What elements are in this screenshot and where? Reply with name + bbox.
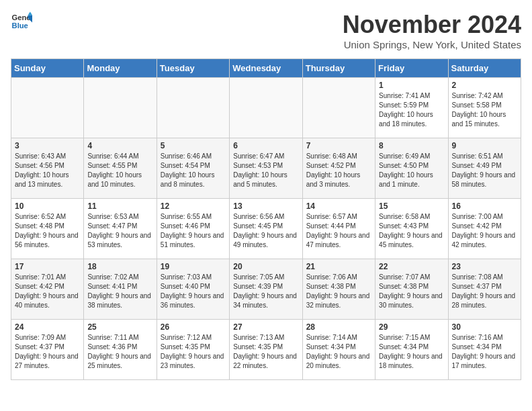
day-number: 13 (233, 201, 298, 211)
day-info: Sunrise: 6:47 AM Sunset: 4:53 PM Dayligh… (233, 152, 298, 189)
day-info: Sunrise: 7:05 AM Sunset: 4:39 PM Dayligh… (233, 273, 298, 310)
day-number: 20 (233, 262, 298, 271)
day-number: 21 (306, 262, 371, 271)
title-area: November 2024 Union Springs, New York, U… (343, 11, 521, 50)
day-header-thursday: Thursday (302, 59, 375, 78)
day-info: Sunrise: 7:06 AM Sunset: 4:38 PM Dayligh… (306, 273, 371, 310)
day-number: 12 (161, 201, 226, 211)
day-info: Sunrise: 7:03 AM Sunset: 4:40 PM Dayligh… (161, 273, 226, 310)
day-info: Sunrise: 7:14 AM Sunset: 4:34 PM Dayligh… (306, 333, 371, 371)
day-info: Sunrise: 6:49 AM Sunset: 4:50 PM Dayligh… (379, 152, 444, 189)
calendar-week-2: 3Sunrise: 6:43 AM Sunset: 4:56 PM Daylig… (11, 138, 521, 199)
day-info: Sunrise: 7:08 AM Sunset: 4:37 PM Dayligh… (452, 273, 517, 310)
logo: General Blue (11, 11, 32, 32)
calendar-cell: 9Sunrise: 6:51 AM Sunset: 4:49 PM Daylig… (448, 138, 521, 199)
day-number: 15 (379, 201, 444, 211)
day-info: Sunrise: 6:51 AM Sunset: 4:49 PM Dayligh… (452, 152, 517, 189)
calendar-cell: 24Sunrise: 7:09 AM Sunset: 4:37 PM Dayli… (11, 320, 84, 380)
day-info: Sunrise: 7:42 AM Sunset: 5:58 PM Dayligh… (452, 91, 517, 129)
calendar-cell: 29Sunrise: 7:15 AM Sunset: 4:34 PM Dayli… (375, 320, 448, 380)
calendar-cell (84, 78, 157, 138)
day-info: Sunrise: 6:53 AM Sunset: 4:47 PM Dayligh… (87, 212, 152, 250)
day-header-friday: Friday (375, 59, 448, 78)
day-info: Sunrise: 7:11 AM Sunset: 4:36 PM Dayligh… (87, 333, 152, 371)
calendar-cell: 3Sunrise: 6:43 AM Sunset: 4:56 PM Daylig… (11, 138, 84, 199)
day-info: Sunrise: 6:46 AM Sunset: 4:54 PM Dayligh… (161, 152, 226, 189)
calendar-cell: 20Sunrise: 7:05 AM Sunset: 4:39 PM Dayli… (230, 259, 302, 320)
calendar-cell: 27Sunrise: 7:13 AM Sunset: 4:35 PM Dayli… (230, 320, 302, 380)
day-number: 1 (379, 81, 444, 90)
calendar-week-3: 10Sunrise: 6:52 AM Sunset: 4:48 PM Dayli… (11, 199, 521, 259)
location-title: Union Springs, New York, United States (343, 39, 521, 50)
logo-icon: General Blue (11, 11, 32, 32)
calendar-week-1: 1Sunrise: 7:41 AM Sunset: 5:59 PM Daylig… (11, 78, 521, 138)
day-info: Sunrise: 6:58 AM Sunset: 4:43 PM Dayligh… (379, 212, 444, 250)
calendar-cell: 7Sunrise: 6:48 AM Sunset: 4:52 PM Daylig… (302, 138, 375, 199)
day-number: 2 (452, 81, 517, 90)
day-number: 6 (233, 141, 298, 150)
day-info: Sunrise: 6:43 AM Sunset: 4:56 PM Dayligh… (15, 152, 80, 189)
day-number: 3 (15, 141, 80, 150)
day-number: 29 (379, 322, 444, 332)
day-number: 27 (233, 322, 298, 332)
calendar-cell: 26Sunrise: 7:12 AM Sunset: 4:35 PM Dayli… (157, 320, 229, 380)
calendar-cell: 5Sunrise: 6:46 AM Sunset: 4:54 PM Daylig… (157, 138, 229, 199)
calendar-cell: 2Sunrise: 7:42 AM Sunset: 5:58 PM Daylig… (448, 78, 521, 138)
calendar-cell: 30Sunrise: 7:16 AM Sunset: 4:34 PM Dayli… (448, 320, 521, 380)
day-number: 24 (15, 322, 80, 332)
day-header-tuesday: Tuesday (157, 59, 229, 78)
calendar-cell (302, 78, 375, 138)
day-info: Sunrise: 6:44 AM Sunset: 4:55 PM Dayligh… (87, 152, 152, 189)
day-number: 8 (379, 141, 444, 150)
day-number: 16 (452, 201, 517, 211)
calendar-cell (230, 78, 302, 138)
calendar-cell: 17Sunrise: 7:01 AM Sunset: 4:42 PM Dayli… (11, 259, 84, 320)
calendar-cell: 1Sunrise: 7:41 AM Sunset: 5:59 PM Daylig… (375, 78, 448, 138)
day-info: Sunrise: 6:55 AM Sunset: 4:46 PM Dayligh… (161, 212, 226, 250)
calendar-cell: 16Sunrise: 7:00 AM Sunset: 4:42 PM Dayli… (448, 199, 521, 259)
day-info: Sunrise: 6:52 AM Sunset: 4:48 PM Dayligh… (15, 212, 80, 250)
day-info: Sunrise: 7:02 AM Sunset: 4:41 PM Dayligh… (87, 273, 152, 310)
day-number: 17 (15, 262, 80, 271)
day-info: Sunrise: 6:56 AM Sunset: 4:45 PM Dayligh… (233, 212, 298, 250)
calendar-cell: 8Sunrise: 6:49 AM Sunset: 4:50 PM Daylig… (375, 138, 448, 199)
day-number: 19 (161, 262, 226, 271)
day-number: 18 (87, 262, 152, 271)
day-info: Sunrise: 6:57 AM Sunset: 4:44 PM Dayligh… (306, 212, 371, 250)
day-number: 28 (306, 322, 371, 332)
calendar-table: SundayMondayTuesdayWednesdayThursdayFrid… (11, 58, 521, 380)
day-info: Sunrise: 7:41 AM Sunset: 5:59 PM Dayligh… (379, 91, 444, 129)
calendar-cell: 15Sunrise: 6:58 AM Sunset: 4:43 PM Dayli… (375, 199, 448, 259)
day-number: 5 (161, 141, 226, 150)
calendar-week-4: 17Sunrise: 7:01 AM Sunset: 4:42 PM Dayli… (11, 259, 521, 320)
calendar-cell: 6Sunrise: 6:47 AM Sunset: 4:53 PM Daylig… (230, 138, 302, 199)
day-number: 23 (452, 262, 517, 271)
day-info: Sunrise: 7:12 AM Sunset: 4:35 PM Dayligh… (161, 333, 226, 371)
header: General Blue November 2024 Union Springs… (11, 11, 521, 50)
month-title: November 2024 (343, 11, 521, 39)
calendar-cell: 19Sunrise: 7:03 AM Sunset: 4:40 PM Dayli… (157, 259, 229, 320)
calendar-cell: 22Sunrise: 7:07 AM Sunset: 4:38 PM Dayli… (375, 259, 448, 320)
day-info: Sunrise: 7:16 AM Sunset: 4:34 PM Dayligh… (452, 333, 517, 371)
header-row: SundayMondayTuesdayWednesdayThursdayFrid… (11, 59, 521, 78)
calendar-cell: 28Sunrise: 7:14 AM Sunset: 4:34 PM Dayli… (302, 320, 375, 380)
calendar-cell: 23Sunrise: 7:08 AM Sunset: 4:37 PM Dayli… (448, 259, 521, 320)
day-number: 22 (379, 262, 444, 271)
day-header-wednesday: Wednesday (230, 59, 302, 78)
day-info: Sunrise: 6:48 AM Sunset: 4:52 PM Dayligh… (306, 152, 371, 189)
day-info: Sunrise: 7:00 AM Sunset: 4:42 PM Dayligh… (452, 212, 517, 250)
calendar-cell (157, 78, 229, 138)
day-number: 4 (87, 141, 152, 150)
day-number: 11 (87, 201, 152, 211)
day-number: 10 (15, 201, 80, 211)
calendar-cell (11, 78, 84, 138)
day-header-monday: Monday (84, 59, 157, 78)
calendar-cell: 10Sunrise: 6:52 AM Sunset: 4:48 PM Dayli… (11, 199, 84, 259)
day-number: 30 (452, 322, 517, 332)
day-header-saturday: Saturday (448, 59, 521, 78)
calendar-cell: 4Sunrise: 6:44 AM Sunset: 4:55 PM Daylig… (84, 138, 157, 199)
day-info: Sunrise: 7:15 AM Sunset: 4:34 PM Dayligh… (379, 333, 444, 371)
day-number: 26 (161, 322, 226, 332)
calendar-cell: 21Sunrise: 7:06 AM Sunset: 4:38 PM Dayli… (302, 259, 375, 320)
day-number: 9 (452, 141, 517, 150)
